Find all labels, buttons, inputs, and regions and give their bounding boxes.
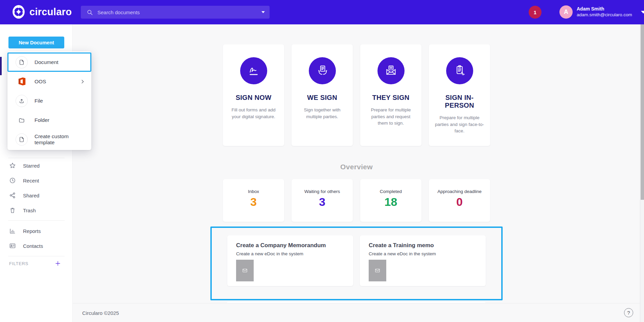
clipboard-hand-icon xyxy=(446,57,473,84)
user-name: Adam Smith xyxy=(577,6,632,12)
file-icon xyxy=(16,56,28,68)
stat-label: Approaching deadline xyxy=(429,189,490,194)
stat-card-waiting-for-others[interactable]: Waiting for others 3 xyxy=(292,179,353,222)
search-icon xyxy=(87,9,93,16)
sidebar-item-label: Contacts xyxy=(23,243,43,249)
signature-icon xyxy=(240,57,267,84)
menu-item-label: OOS xyxy=(34,79,73,85)
template-thumbnail xyxy=(369,260,386,281)
top-bar: circularo 1 A Adam Smith adam.smith@circ… xyxy=(0,0,644,24)
stat-value: 3 xyxy=(292,195,353,209)
menu-item-create-custom-template[interactable]: Create custom template xyxy=(7,130,91,149)
menu-item-oos[interactable]: OOS xyxy=(7,72,91,91)
template-subtitle: Create a new eDoc in the system xyxy=(236,251,353,256)
brand[interactable]: circularo xyxy=(12,5,72,19)
search-input[interactable] xyxy=(97,9,261,15)
menu-item-folder[interactable]: Folder xyxy=(7,110,91,130)
active-nav-indicator xyxy=(0,57,2,75)
sidebar-item-label: Starred xyxy=(23,163,40,169)
sidebar-nav: Starred Recent Shared Trash xyxy=(0,158,73,271)
menu-item-file[interactable]: File xyxy=(7,91,91,110)
footer-copyright: Circularo ©2025 xyxy=(82,310,119,316)
new-document-menu: Document OOS File Folder xyxy=(7,51,91,150)
scrollbar-thumb[interactable] xyxy=(641,24,644,200)
stat-value: 18 xyxy=(360,195,421,209)
stat-card-approaching-deadline[interactable]: Approaching deadline 0 xyxy=(429,179,490,222)
we-sign-icon xyxy=(309,57,336,84)
search-bar[interactable] xyxy=(81,6,270,19)
share-icon xyxy=(9,192,16,199)
help-button[interactable]: ? xyxy=(624,308,633,317)
menu-item-label: Document xyxy=(34,59,85,65)
envelope-icon xyxy=(242,267,248,274)
star-icon xyxy=(9,162,16,169)
trash-icon xyxy=(9,207,16,214)
sign-card-title: THEY SIGN xyxy=(365,94,417,102)
template-title: Create a Company Memorandum xyxy=(236,242,353,249)
avatar: A xyxy=(559,5,573,19)
file-icon xyxy=(16,133,28,146)
sidebar-item-label: Recent xyxy=(23,178,39,184)
circularo-logo-icon xyxy=(12,5,26,19)
sign-card-title: SIGN NOW xyxy=(228,94,279,102)
footer-divider xyxy=(73,303,640,303)
sign-card-description: Sign together with multiple parties. xyxy=(297,107,347,120)
office-icon xyxy=(16,76,28,88)
template-card-training-memo[interactable]: Create a Training memo Create a new eDoc… xyxy=(360,235,486,286)
overview-heading: Overview xyxy=(223,163,490,171)
template-card-company-memorandum[interactable]: Create a Company Memorandum Create a new… xyxy=(227,235,353,286)
user-menu-caret-icon[interactable] xyxy=(641,11,644,14)
sign-in-person-card[interactable]: SIGN IN-PERSON Prepare for multiple part… xyxy=(429,44,490,146)
sidebar-item-trash[interactable]: Trash xyxy=(0,203,73,218)
brand-name: circularo xyxy=(29,6,72,18)
stat-label: Completed xyxy=(360,189,421,194)
sign-card-title: SIGN IN-PERSON xyxy=(434,94,485,109)
add-filter-button[interactable] xyxy=(55,260,61,266)
stat-card-inbox[interactable]: Inbox 3 xyxy=(223,179,284,222)
sidebar-item-label: Trash xyxy=(23,208,36,213)
sidebar-item-shared[interactable]: Shared xyxy=(0,188,73,203)
search-scope-caret-icon[interactable] xyxy=(261,11,265,13)
sign-card-title: WE SIGN xyxy=(296,94,348,102)
sign-actions-row: SIGN NOW Fill out forms and add your dig… xyxy=(223,44,490,146)
sidebar-item-starred[interactable]: Starred xyxy=(0,158,73,173)
stat-label: Waiting for others xyxy=(292,189,353,194)
overview-stats-row: Inbox 3 Waiting for others 3 Completed 1… xyxy=(223,179,490,222)
clock-icon xyxy=(9,177,16,184)
template-thumbnail xyxy=(236,260,254,281)
envelope-icon xyxy=(374,267,381,274)
sidebar-item-reports[interactable]: Reports xyxy=(0,223,73,238)
sign-now-card[interactable]: SIGN NOW Fill out forms and add your dig… xyxy=(223,44,284,146)
vertical-scrollbar[interactable] xyxy=(640,24,644,322)
sign-card-description: Fill out forms and add your digital sign… xyxy=(228,107,279,120)
upload-icon xyxy=(16,95,28,107)
bar-chart-icon xyxy=(9,228,16,234)
stat-value: 3 xyxy=(223,195,284,209)
filters-section: FILTERS xyxy=(0,256,73,271)
sidebar-item-label: Shared xyxy=(23,193,39,198)
user-menu[interactable]: A Adam Smith adam.smith@circularo.com xyxy=(559,5,644,19)
they-sign-card[interactable]: THEY SIGN Prepare for multiple parties a… xyxy=(360,44,421,146)
template-title: Create a Training memo xyxy=(369,242,486,249)
notification-badge[interactable]: 1 xyxy=(529,6,542,19)
chevron-right-icon xyxy=(80,79,85,84)
main-content: SIGN NOW Fill out forms and add your dig… xyxy=(73,24,640,322)
folder-icon xyxy=(16,114,28,126)
user-email: adam.smith@circularo.com xyxy=(577,12,632,18)
stat-label: Inbox xyxy=(223,189,284,194)
menu-item-label: Folder xyxy=(34,117,85,123)
sidebar-item-recent[interactable]: Recent xyxy=(0,173,73,188)
new-document-button[interactable]: New Document xyxy=(8,37,64,48)
templates-highlight-region: Create a Company Memorandum Create a new… xyxy=(210,227,503,300)
stat-value: 0 xyxy=(429,195,490,209)
sidebar-item-label: Reports xyxy=(23,228,41,234)
we-sign-card[interactable]: WE SIGN Sign together with multiple part… xyxy=(292,44,353,146)
contact-card-icon xyxy=(9,242,16,249)
menu-item-label: Create custom template xyxy=(34,133,85,146)
sign-card-description: Prepare for multiple parties and sign fa… xyxy=(434,114,485,134)
they-sign-envelope-icon xyxy=(377,57,405,84)
menu-item-label: File xyxy=(34,98,85,104)
stat-card-completed[interactable]: Completed 18 xyxy=(360,179,421,222)
menu-item-document[interactable]: Document xyxy=(7,52,91,72)
sidebar-item-contacts[interactable]: Contacts xyxy=(0,238,73,253)
